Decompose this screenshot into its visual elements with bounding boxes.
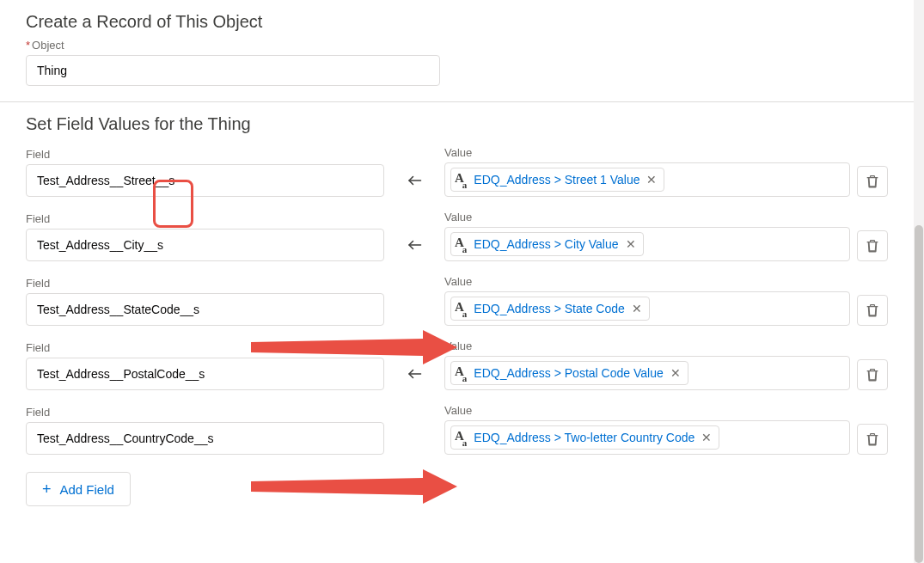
assign-arrow-icon bbox=[384, 237, 444, 261]
field-input[interactable] bbox=[26, 422, 384, 455]
value-input[interactable]: AaEDQ_Address > City Value✕ bbox=[444, 227, 850, 261]
field-mapping-row: FieldValueAaEDQ_Address > Postal Code Va… bbox=[0, 334, 914, 399]
pill-remove-icon[interactable]: ✕ bbox=[630, 302, 644, 315]
value-column-label: Value bbox=[444, 275, 850, 288]
field-input[interactable] bbox=[26, 229, 384, 261]
value-column-label: Value bbox=[444, 211, 850, 223]
delete-row-button[interactable] bbox=[857, 295, 888, 326]
field-column-label: Field bbox=[26, 341, 384, 354]
text-type-icon: Aa bbox=[455, 365, 468, 381]
value-pill-label: EDQ_Address > Postal Code Value bbox=[474, 366, 663, 380]
value-pill[interactable]: AaEDQ_Address > State Code✕ bbox=[450, 297, 650, 321]
text-type-icon: Aa bbox=[455, 172, 468, 187]
trash-icon bbox=[866, 432, 879, 446]
delete-row-button[interactable] bbox=[857, 359, 888, 390]
pill-remove-icon[interactable]: ✕ bbox=[700, 431, 713, 444]
value-pill[interactable]: AaEDQ_Address > Two-letter Country Code✕ bbox=[450, 425, 719, 450]
add-field-button[interactable]: + Add Field bbox=[26, 472, 131, 506]
field-mapping-row: FieldValueAaEDQ_Address > State Code✕ bbox=[0, 270, 914, 334]
pill-remove-icon[interactable]: ✕ bbox=[624, 237, 638, 251]
value-input[interactable]: AaEDQ_Address > Postal Code Value✕ bbox=[444, 356, 850, 390]
assign-arrow-icon bbox=[384, 366, 444, 390]
outer-scrollbar-thumb[interactable] bbox=[915, 225, 923, 563]
field-column-label: Field bbox=[26, 406, 384, 419]
field-input[interactable] bbox=[26, 358, 384, 390]
assign-arrow-icon bbox=[384, 321, 444, 326]
value-pill-label: EDQ_Address > State Code bbox=[474, 302, 625, 315]
value-pill[interactable]: AaEDQ_Address > City Value✕ bbox=[450, 232, 644, 256]
delete-row-button[interactable] bbox=[857, 230, 888, 261]
value-pill-label: EDQ_Address > Street 1 Value bbox=[474, 173, 639, 187]
field-mapping-row: FieldValueAaEDQ_Address > Two-letter Cou… bbox=[0, 399, 914, 463]
value-pill[interactable]: AaEDQ_Address > Street 1 Value✕ bbox=[450, 168, 664, 192]
trash-icon bbox=[866, 174, 879, 188]
object-label: *Object bbox=[26, 39, 888, 52]
delete-row-button[interactable] bbox=[857, 424, 888, 455]
field-input[interactable] bbox=[26, 164, 384, 197]
value-column-label: Value bbox=[444, 404, 850, 417]
trash-icon bbox=[866, 239, 879, 253]
value-pill-label: EDQ_Address > City Value bbox=[474, 237, 618, 251]
text-type-icon: Aa bbox=[455, 301, 468, 316]
value-pill-label: EDQ_Address > Two-letter Country Code bbox=[474, 431, 695, 444]
delete-row-button[interactable] bbox=[857, 166, 888, 197]
required-marker: * bbox=[26, 39, 30, 52]
field-mapping-row: FieldValueAaEDQ_Address > Street 1 Value… bbox=[0, 141, 914, 205]
value-column-label: Value bbox=[444, 340, 850, 352]
trash-icon bbox=[866, 303, 879, 317]
pill-remove-icon[interactable]: ✕ bbox=[645, 173, 658, 187]
field-column-label: Field bbox=[26, 212, 384, 225]
pill-remove-icon[interactable]: ✕ bbox=[669, 366, 682, 380]
value-input[interactable]: AaEDQ_Address > State Code✕ bbox=[444, 291, 850, 326]
value-input[interactable]: AaEDQ_Address > Two-letter Country Code✕ bbox=[444, 420, 850, 455]
value-input[interactable]: AaEDQ_Address > Street 1 Value✕ bbox=[444, 162, 850, 197]
object-input[interactable] bbox=[26, 55, 440, 86]
value-pill[interactable]: AaEDQ_Address > Postal Code Value✕ bbox=[450, 361, 688, 385]
section-title-set-values: Set Field Values for the Thing bbox=[26, 114, 914, 134]
plus-icon: + bbox=[42, 481, 52, 497]
value-column-label: Value bbox=[444, 146, 850, 159]
field-column-label: Field bbox=[26, 277, 384, 290]
trash-icon bbox=[866, 368, 879, 382]
field-column-label: Field bbox=[26, 148, 384, 161]
text-type-icon: Aa bbox=[455, 430, 468, 445]
field-mapping-row: FieldValueAaEDQ_Address > City Value✕ bbox=[0, 205, 914, 270]
assign-arrow-icon bbox=[384, 173, 444, 197]
field-input[interactable] bbox=[26, 293, 384, 326]
text-type-icon: Aa bbox=[455, 236, 468, 252]
page-title: Create a Record of This Object bbox=[26, 12, 914, 32]
assign-arrow-icon bbox=[384, 450, 444, 455]
